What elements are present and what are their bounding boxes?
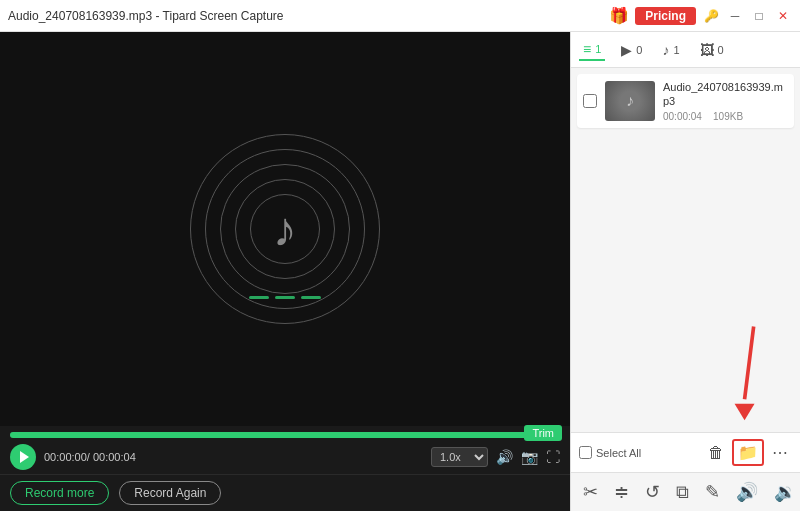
audio-tool[interactable]: 🔊 bbox=[732, 479, 762, 505]
file-meta: 00:00:04 109KB bbox=[663, 111, 788, 122]
audio-dashes bbox=[249, 296, 321, 299]
record-more-button[interactable]: Record more bbox=[10, 481, 109, 505]
left-panel: ♪ Trim bbox=[0, 32, 570, 511]
record-row: Record more Record Again bbox=[0, 474, 570, 511]
right-panel: ≡ 1 ▶ 0 ♪ 1 🖼 0 ♪ bbox=[570, 32, 800, 511]
tab-image[interactable]: 🖼 0 bbox=[696, 40, 728, 60]
fullscreen-icon[interactable]: ⛶ bbox=[546, 449, 560, 465]
thumb-music-icon: ♪ bbox=[626, 92, 634, 110]
music-note-icon: ♪ bbox=[273, 202, 297, 257]
svg-marker-1 bbox=[735, 404, 755, 420]
play-icon bbox=[20, 451, 29, 463]
video-area: ♪ bbox=[0, 32, 570, 426]
maximize-button[interactable]: □ bbox=[750, 7, 768, 25]
minimize-button[interactable]: ─ bbox=[726, 7, 744, 25]
pricing-button[interactable]: Pricing bbox=[635, 7, 696, 25]
app-title: Audio_240708163939.mp3 - Tipard Screen C… bbox=[8, 9, 284, 23]
file-info: Audio_240708163939.mp3 00:00:04 109KB bbox=[663, 80, 788, 122]
arrow-annotation bbox=[571, 312, 800, 432]
progress-fill bbox=[10, 432, 538, 438]
audio-tab-count: 1 bbox=[673, 44, 679, 56]
gift-icon: 🎁 bbox=[609, 6, 629, 25]
video-tab-count: 0 bbox=[636, 44, 642, 56]
main-layout: ♪ Trim bbox=[0, 32, 800, 511]
list-tab-count: 1 bbox=[595, 43, 601, 55]
more-action-button[interactable]: ⋯ bbox=[768, 441, 792, 464]
bottom-controls: Trim 00:00:00/ 00:00:04 0.5x 0.75x 1.0x … bbox=[0, 426, 570, 511]
title-bar-right: 🎁 Pricing 🔑 ─ □ ✕ bbox=[609, 6, 792, 25]
speed-select[interactable]: 0.5x 0.75x 1.0x 1.25x 1.5x 2.0x bbox=[431, 447, 488, 467]
tab-list[interactable]: ≡ 1 bbox=[579, 39, 605, 61]
tab-video[interactable]: ▶ 0 bbox=[617, 40, 646, 60]
dash-1 bbox=[249, 296, 269, 299]
edit-tool[interactable]: ✎ bbox=[701, 479, 724, 505]
tab-bar: ≡ 1 ▶ 0 ♪ 1 🖼 0 bbox=[571, 32, 800, 68]
image-tab-count: 0 bbox=[718, 44, 724, 56]
copy-tool[interactable]: ⧉ bbox=[672, 480, 693, 505]
settings-icon[interactable]: 🔑 bbox=[702, 7, 720, 25]
folder-button[interactable]: 📁 bbox=[732, 439, 764, 466]
file-duration: 00:00:04 bbox=[663, 111, 702, 122]
bottom-action-bar: Select All 🗑 📁 ⋯ bbox=[571, 432, 800, 472]
file-checkbox[interactable] bbox=[583, 94, 597, 108]
volume-tool[interactable]: 🔉 bbox=[770, 479, 800, 505]
file-thumbnail: ♪ bbox=[605, 81, 655, 121]
progress-bar-container[interactable]: Trim bbox=[0, 426, 570, 440]
equalizer-tool[interactable]: ≑ bbox=[610, 479, 633, 505]
audio-tab-icon: ♪ bbox=[662, 42, 669, 58]
thumbnail-inner: ♪ bbox=[605, 81, 655, 121]
arrow-svg bbox=[710, 322, 770, 422]
select-all-checkbox[interactable] bbox=[579, 446, 592, 459]
title-bar-left: Audio_240708163939.mp3 - Tipard Screen C… bbox=[8, 9, 284, 23]
image-tab-icon: 🖼 bbox=[700, 42, 714, 58]
title-bar: Audio_240708163939.mp3 - Tipard Screen C… bbox=[0, 0, 800, 32]
play-button[interactable] bbox=[10, 444, 36, 470]
playback-row: 00:00:00/ 00:00:04 0.5x 0.75x 1.0x 1.25x… bbox=[0, 440, 570, 474]
delete-button[interactable]: 🗑 bbox=[704, 442, 728, 464]
video-tab-icon: ▶ bbox=[621, 42, 632, 58]
file-size: 109KB bbox=[713, 111, 743, 122]
refresh-tool[interactable]: ↺ bbox=[641, 479, 664, 505]
file-name: Audio_240708163939.mp3 bbox=[663, 80, 788, 109]
file-list: ♪ Audio_240708163939.mp3 00:00:04 109KB bbox=[571, 68, 800, 312]
tab-audio[interactable]: ♪ 1 bbox=[658, 40, 683, 60]
svg-line-0 bbox=[745, 327, 754, 400]
dash-3 bbox=[301, 296, 321, 299]
record-again-button[interactable]: Record Again bbox=[119, 481, 221, 505]
trim-button[interactable]: Trim bbox=[524, 425, 562, 441]
close-button[interactable]: ✕ bbox=[774, 7, 792, 25]
time-display: 00:00:00/ 00:00:04 bbox=[44, 451, 136, 463]
file-item[interactable]: ♪ Audio_240708163939.mp3 00:00:04 109KB bbox=[577, 74, 794, 128]
music-visualization: ♪ bbox=[185, 129, 385, 329]
select-all-label: Select All bbox=[596, 447, 641, 459]
tools-row: ✂ ≑ ↺ ⧉ ✎ 🔊 🔉 ⊕ bbox=[571, 472, 800, 511]
list-tab-icon: ≡ bbox=[583, 41, 591, 57]
camera-icon[interactable]: 📷 bbox=[521, 449, 538, 465]
red-arrow-icon bbox=[710, 322, 770, 426]
scissors-tool[interactable]: ✂ bbox=[579, 479, 602, 505]
select-all-area: Select All bbox=[579, 446, 700, 459]
dash-2 bbox=[275, 296, 295, 299]
volume-icon[interactable]: 🔊 bbox=[496, 449, 513, 465]
progress-track[interactable]: Trim bbox=[10, 432, 560, 438]
